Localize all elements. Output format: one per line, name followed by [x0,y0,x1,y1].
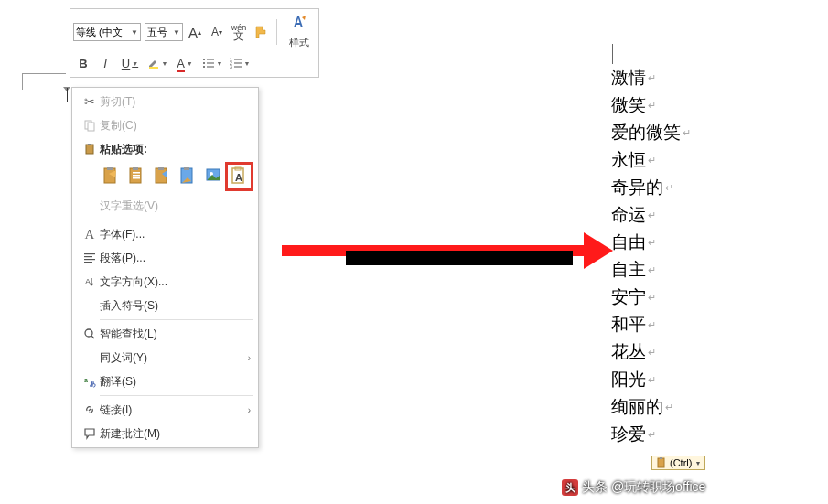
bold-button[interactable]: B [73,53,93,73]
paragraph-mark-icon: ↵ [648,64,656,91]
toutiao-logo-icon: 头 [562,479,578,496]
menu-link[interactable]: 链接(I) › [72,398,258,422]
menu-font[interactable]: A 字体(F)... [72,222,258,246]
paste-merge-format-button[interactable] [125,165,148,188]
svg-text:A: A [85,277,91,286]
text-line: 激情↵ [611,64,794,91]
document-text-area[interactable]: 激情↵ 微笑↵ 爱的微笑↵ 永恒↵ 奇异的↵ 命运↵ 自由↵ 自主↵ 安宁↵ 和… [611,44,794,448]
font-name-value: 等线 (中文 [76,26,131,39]
text-line: 阳光↵ [611,366,794,393]
chevron-down-icon: ▼ [162,60,168,67]
arrow-head [584,232,613,269]
svg-rect-20 [133,167,138,170]
menu-insert-symbol[interactable]: 插入符号(S) [72,294,258,317]
watermark-text: 头条 @玩转职场office [582,479,705,496]
chevron-right-icon: › [248,405,251,415]
font-color-button[interactable]: A ▼ [172,53,198,73]
chevron-down-icon: ▼ [173,28,180,37]
svg-rect-2 [207,59,214,60]
text-line: 绚丽的↵ [611,393,794,421]
menu-text-direction[interactable]: A 文字方向(X)... [72,270,258,294]
text-line: 命运↵ [611,201,794,229]
svg-rect-25 [158,167,164,170]
paste-options-row: A [72,161,258,194]
menu-separator [100,395,253,396]
font-icon: A [80,227,100,242]
menu-copy[interactable]: 复制(C) [72,113,258,137]
menu-cut[interactable]: ✂ 剪切(T) [72,90,258,113]
svg-rect-33 [84,253,95,254]
chevron-down-icon: ▼ [217,60,223,67]
styles-label: 样式 [289,36,309,49]
menu-translate[interactable]: aあ 翻译(S) [72,370,258,393]
link-icon [80,403,100,416]
bullet-list-button[interactable]: ▼ [199,53,225,73]
paste-smart-tag[interactable]: (Ctrl) ▼ [651,456,705,470]
margin-marker [611,44,613,64]
svg-point-1 [203,59,205,60]
translate-icon: aあ [80,375,100,388]
svg-text:3: 3 [230,64,232,70]
font-name-select[interactable]: 等线 (中文 ▼ [73,23,141,41]
paragraph-icon [80,252,100,264]
menu-paragraph[interactable]: 段落(P)... [72,246,258,270]
smart-tag-label: (Ctrl) [670,457,692,468]
grow-font-button[interactable]: A▴ [185,22,205,42]
text-direction-icon: A [80,275,100,288]
paste-picture-button[interactable] [151,165,174,188]
paragraph-mark-icon: ↵ [648,284,656,311]
format-painter-button[interactable] [251,22,271,42]
text-line: 和平↵ [611,311,794,338]
paragraph-mark-icon: ↵ [648,91,656,119]
styles-button[interactable]: 样式 [283,13,316,51]
comment-icon [80,427,100,440]
paragraph-mark-icon: ↵ [648,256,656,284]
text-line: 珍爱↵ [611,421,794,448]
ruler-corner [22,73,66,90]
context-menu: ✂ 剪切(T) 复制(C) 粘贴选项: A [71,87,259,448]
svg-rect-0 [149,67,158,69]
paragraph-mark-icon: ↵ [648,146,656,174]
svg-rect-16 [88,144,91,145]
paste-text-only-button[interactable]: A [228,165,251,188]
svg-rect-18 [107,167,113,170]
svg-rect-4 [207,63,214,64]
text-line: 永恒↵ [611,146,794,174]
paste-link-button[interactable] [202,165,225,188]
shrink-font-button[interactable]: A▾ [207,22,227,42]
paragraph-mark-icon: ↵ [665,393,673,421]
menu-smart-lookup[interactable]: 智能查找(L) [72,322,258,346]
svg-rect-41 [658,458,664,467]
text-line: 爱的微笑↵ [611,119,794,146]
menu-synonyms[interactable]: 同义词(Y) › [72,346,258,370]
paragraph-mark-icon: ↵ [648,311,656,338]
chevron-down-icon: ▼ [132,60,138,67]
text-line: 花丛↵ [611,338,794,366]
underline-button[interactable]: U▼ [117,53,143,73]
paste-keep-source-button[interactable] [100,165,123,188]
highlight-button[interactable]: ▼ [145,53,170,73]
menu-separator [100,319,253,320]
text-line: 微笑↵ [611,91,794,119]
toolbar-row-1: 等线 (中文 ▼ 五号 ▼ A▴ A▾ wén文 样式 [73,12,316,52]
svg-rect-21 [133,172,140,174]
font-size-select[interactable]: 五号 ▼ [145,23,183,41]
phonetic-guide-button[interactable]: wén文 [229,22,249,42]
numbered-list-button[interactable]: 123 ▼ [227,53,253,73]
menu-hanzi-reselect[interactable]: 汉字重选(V) [72,194,258,218]
text-line: 安宁↵ [611,284,794,311]
paragraph-mark-icon: ↵ [648,338,656,366]
italic-button[interactable]: I [95,53,115,73]
paste-keep-text-button[interactable] [177,165,199,188]
font-size-value: 五号 [147,26,173,39]
mini-toolbar: 等线 (中文 ▼ 五号 ▼ A▴ A▾ wén文 样式 B I U▼ ▼ A [70,8,319,78]
text-line: 自由↵ [611,229,794,256]
chevron-right-icon: › [248,353,251,363]
menu-new-comment[interactable]: 新建批注(M) [72,422,258,445]
paragraph-mark-icon: ↵ [648,229,656,256]
svg-rect-15 [86,145,93,154]
svg-rect-22 [133,175,140,177]
svg-rect-6 [207,67,214,68]
copy-icon [80,119,100,132]
paragraph-mark-icon: ↵ [683,119,691,146]
